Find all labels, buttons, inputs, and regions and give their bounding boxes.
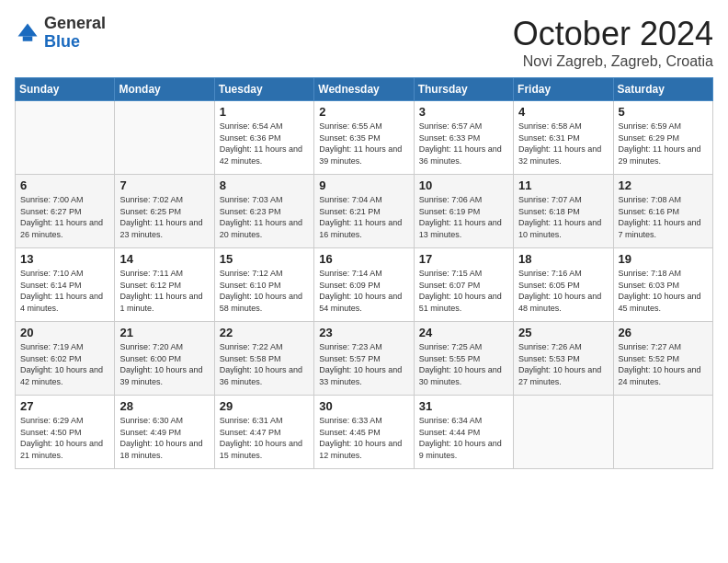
day-number: 16 xyxy=(319,252,408,266)
location-title: Novi Zagreb, Zagreb, Croatia xyxy=(513,53,713,70)
calendar-cell: 2Sunrise: 6:55 AM Sunset: 6:35 PM Daylig… xyxy=(314,101,414,175)
header-day-sunday: Sunday xyxy=(16,78,115,101)
calendar-cell: 27Sunrise: 6:29 AM Sunset: 4:50 PM Dayli… xyxy=(16,396,115,469)
calendar-cell xyxy=(514,396,613,469)
day-info: Sunrise: 7:18 AM Sunset: 6:03 PM Dayligh… xyxy=(619,268,708,314)
day-info: Sunrise: 6:34 AM Sunset: 4:44 PM Dayligh… xyxy=(419,415,508,461)
day-info: Sunrise: 7:23 AM Sunset: 5:57 PM Dayligh… xyxy=(319,341,408,387)
calendar-cell: 17Sunrise: 7:15 AM Sunset: 6:07 PM Dayli… xyxy=(414,248,513,322)
day-number: 10 xyxy=(419,178,508,192)
day-number: 22 xyxy=(220,326,309,339)
day-info: Sunrise: 7:14 AM Sunset: 6:09 PM Dayligh… xyxy=(319,268,408,314)
day-info: Sunrise: 7:06 AM Sunset: 6:19 PM Dayligh… xyxy=(419,194,508,240)
day-number: 23 xyxy=(319,326,408,339)
calendar-week-row: 27Sunrise: 6:29 AM Sunset: 4:50 PM Dayli… xyxy=(16,396,713,469)
day-number: 20 xyxy=(20,326,109,339)
calendar-cell: 20Sunrise: 7:19 AM Sunset: 6:02 PM Dayli… xyxy=(16,322,115,396)
day-info: Sunrise: 7:08 AM Sunset: 6:16 PM Dayligh… xyxy=(619,194,708,240)
calendar-cell: 9Sunrise: 7:04 AM Sunset: 6:21 PM Daylig… xyxy=(314,175,414,248)
logo-text: General Blue xyxy=(44,15,106,52)
day-info: Sunrise: 7:10 AM Sunset: 6:14 PM Dayligh… xyxy=(20,268,109,314)
calendar-table: SundayMondayTuesdayWednesdayThursdayFrid… xyxy=(15,77,713,469)
day-info: Sunrise: 6:59 AM Sunset: 6:29 PM Dayligh… xyxy=(619,121,708,167)
calendar-cell: 26Sunrise: 7:27 AM Sunset: 5:52 PM Dayli… xyxy=(613,322,712,396)
calendar-cell: 1Sunrise: 6:54 AM Sunset: 6:36 PM Daylig… xyxy=(214,101,313,175)
calendar-cell: 7Sunrise: 7:02 AM Sunset: 6:25 PM Daylig… xyxy=(115,175,214,248)
day-info: Sunrise: 6:33 AM Sunset: 4:45 PM Dayligh… xyxy=(319,415,408,461)
header: General Blue October 2024 Novi Zagreb, Z… xyxy=(15,15,713,70)
svg-marker-0 xyxy=(18,23,38,36)
day-number: 3 xyxy=(419,105,508,119)
day-number: 27 xyxy=(20,399,109,413)
header-day-monday: Monday xyxy=(115,78,214,101)
calendar-cell: 30Sunrise: 6:33 AM Sunset: 4:45 PM Dayli… xyxy=(314,396,414,469)
day-number: 31 xyxy=(419,399,508,413)
calendar-week-row: 6Sunrise: 7:00 AM Sunset: 6:27 PM Daylig… xyxy=(16,175,713,248)
calendar-cell: 6Sunrise: 7:00 AM Sunset: 6:27 PM Daylig… xyxy=(16,175,115,248)
calendar-header-row: SundayMondayTuesdayWednesdayThursdayFrid… xyxy=(16,78,713,101)
day-number: 19 xyxy=(619,252,708,266)
title-area: October 2024 Novi Zagreb, Zagreb, Croati… xyxy=(513,15,713,70)
day-info: Sunrise: 7:11 AM Sunset: 6:12 PM Dayligh… xyxy=(119,268,209,314)
calendar-cell xyxy=(613,396,712,469)
day-number: 24 xyxy=(419,326,508,339)
day-info: Sunrise: 7:22 AM Sunset: 5:58 PM Dayligh… xyxy=(220,341,309,387)
day-number: 25 xyxy=(518,326,608,339)
calendar-cell: 19Sunrise: 7:18 AM Sunset: 6:03 PM Dayli… xyxy=(613,248,712,322)
header-day-thursday: Thursday xyxy=(414,78,513,101)
header-day-saturday: Saturday xyxy=(613,78,712,101)
calendar-week-row: 20Sunrise: 7:19 AM Sunset: 6:02 PM Dayli… xyxy=(16,322,713,396)
day-info: Sunrise: 7:12 AM Sunset: 6:10 PM Dayligh… xyxy=(220,268,309,314)
day-number: 1 xyxy=(220,105,309,119)
day-number: 7 xyxy=(119,178,209,192)
day-number: 28 xyxy=(119,399,209,413)
day-info: Sunrise: 6:58 AM Sunset: 6:31 PM Dayligh… xyxy=(518,121,608,167)
day-number: 26 xyxy=(619,326,708,339)
calendar-cell: 14Sunrise: 7:11 AM Sunset: 6:12 PM Dayli… xyxy=(115,248,214,322)
header-day-wednesday: Wednesday xyxy=(314,78,414,101)
svg-rect-1 xyxy=(23,36,33,40)
day-number: 13 xyxy=(20,252,109,266)
header-day-friday: Friday xyxy=(514,78,613,101)
calendar-cell: 22Sunrise: 7:22 AM Sunset: 5:58 PM Dayli… xyxy=(214,322,313,396)
calendar-cell: 24Sunrise: 7:25 AM Sunset: 5:55 PM Dayli… xyxy=(414,322,513,396)
logo: General Blue xyxy=(15,15,106,52)
day-info: Sunrise: 7:26 AM Sunset: 5:53 PM Dayligh… xyxy=(518,341,608,387)
day-info: Sunrise: 7:15 AM Sunset: 6:07 PM Dayligh… xyxy=(419,268,508,314)
day-info: Sunrise: 6:31 AM Sunset: 4:47 PM Dayligh… xyxy=(220,415,309,461)
day-info: Sunrise: 7:03 AM Sunset: 6:23 PM Dayligh… xyxy=(220,194,309,240)
calendar-cell: 31Sunrise: 6:34 AM Sunset: 4:44 PM Dayli… xyxy=(414,396,513,469)
calendar-cell: 28Sunrise: 6:30 AM Sunset: 4:49 PM Dayli… xyxy=(115,396,214,469)
day-number: 17 xyxy=(419,252,508,266)
day-info: Sunrise: 7:07 AM Sunset: 6:18 PM Dayligh… xyxy=(518,194,608,240)
calendar-cell: 23Sunrise: 7:23 AM Sunset: 5:57 PM Dayli… xyxy=(314,322,414,396)
day-info: Sunrise: 7:20 AM Sunset: 6:00 PM Dayligh… xyxy=(119,341,209,387)
calendar-cell: 16Sunrise: 7:14 AM Sunset: 6:09 PM Dayli… xyxy=(314,248,414,322)
calendar-cell: 10Sunrise: 7:06 AM Sunset: 6:19 PM Dayli… xyxy=(414,175,513,248)
day-number: 21 xyxy=(119,326,209,339)
calendar-cell: 11Sunrise: 7:07 AM Sunset: 6:18 PM Dayli… xyxy=(514,175,613,248)
day-info: Sunrise: 7:02 AM Sunset: 6:25 PM Dayligh… xyxy=(119,194,209,240)
calendar-cell: 3Sunrise: 6:57 AM Sunset: 6:33 PM Daylig… xyxy=(414,101,513,175)
logo-general-text: General xyxy=(44,15,106,33)
day-info: Sunrise: 7:00 AM Sunset: 6:27 PM Dayligh… xyxy=(20,194,109,240)
day-number: 12 xyxy=(619,178,708,192)
day-number: 9 xyxy=(319,178,408,192)
day-info: Sunrise: 7:16 AM Sunset: 6:05 PM Dayligh… xyxy=(518,268,608,314)
day-info: Sunrise: 6:30 AM Sunset: 4:49 PM Dayligh… xyxy=(119,415,209,461)
day-info: Sunrise: 7:04 AM Sunset: 6:21 PM Dayligh… xyxy=(319,194,408,240)
calendar-cell: 13Sunrise: 7:10 AM Sunset: 6:14 PM Dayli… xyxy=(16,248,115,322)
day-info: Sunrise: 7:27 AM Sunset: 5:52 PM Dayligh… xyxy=(619,341,708,387)
month-title: October 2024 xyxy=(513,15,713,53)
calendar-cell: 21Sunrise: 7:20 AM Sunset: 6:00 PM Dayli… xyxy=(115,322,214,396)
calendar-cell: 4Sunrise: 6:58 AM Sunset: 6:31 PM Daylig… xyxy=(514,101,613,175)
day-info: Sunrise: 6:54 AM Sunset: 6:36 PM Dayligh… xyxy=(220,121,309,167)
calendar-cell: 15Sunrise: 7:12 AM Sunset: 6:10 PM Dayli… xyxy=(214,248,313,322)
day-number: 8 xyxy=(220,178,309,192)
day-info: Sunrise: 6:57 AM Sunset: 6:33 PM Dayligh… xyxy=(419,121,508,167)
logo-blue-text: Blue xyxy=(44,33,106,52)
day-number: 11 xyxy=(518,178,608,192)
day-number: 2 xyxy=(319,105,408,119)
calendar-cell: 12Sunrise: 7:08 AM Sunset: 6:16 PM Dayli… xyxy=(613,175,712,248)
day-number: 14 xyxy=(119,252,209,266)
